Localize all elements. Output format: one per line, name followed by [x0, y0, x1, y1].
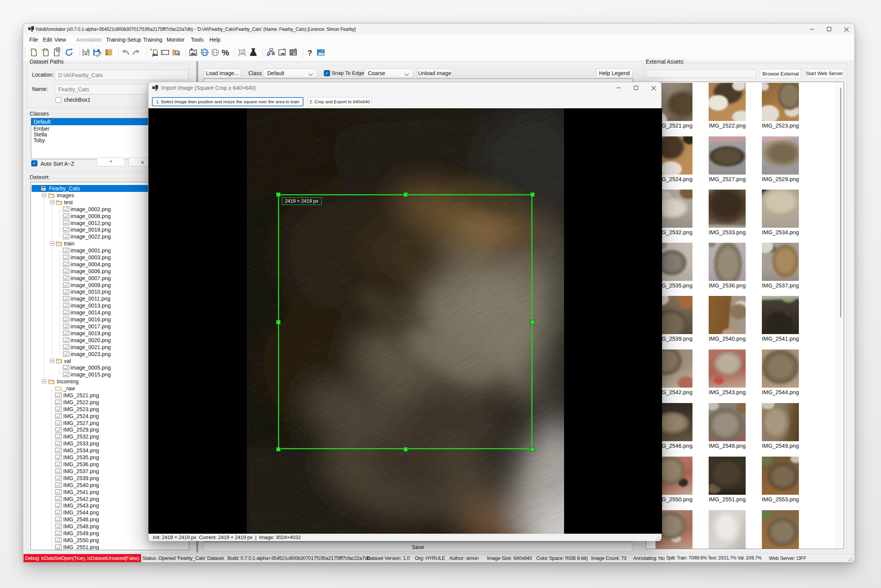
svg-text:?: ?: [307, 48, 312, 57]
svg-text:AI: AI: [281, 52, 285, 55]
svg-text:y8a: y8a: [152, 53, 158, 57]
svg-text:%: %: [222, 48, 229, 57]
svg-text:AI: AI: [293, 52, 296, 55]
